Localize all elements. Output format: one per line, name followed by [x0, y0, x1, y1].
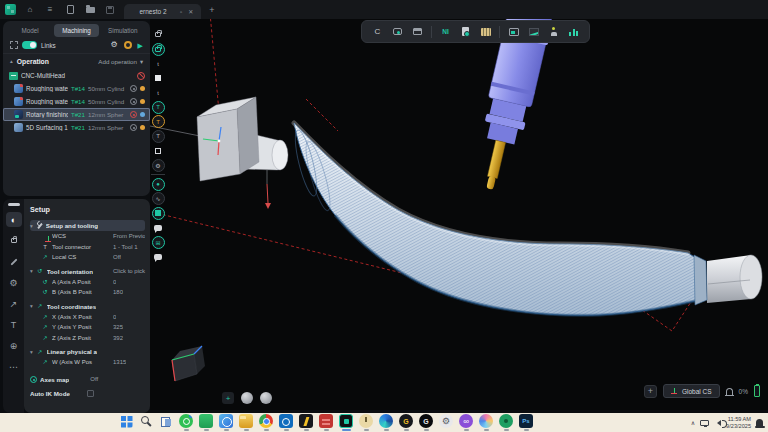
- restore-icon[interactable]: ▫: [180, 9, 182, 15]
- notification-bell-icon[interactable]: [756, 419, 763, 426]
- visibility-icon[interactable]: [130, 98, 137, 105]
- auto-ik-row[interactable]: Auto IK Mode: [30, 388, 145, 399]
- setup-row[interactable]: ↗ Z (Axis Z Posit 392: [30, 333, 145, 344]
- outlook-icon[interactable]: [279, 414, 293, 428]
- globe-icon[interactable]: ⊕: [6, 338, 22, 353]
- notes-app-icon[interactable]: [199, 414, 213, 428]
- chevron-down-icon[interactable]: ▾: [30, 303, 33, 309]
- tray-chevron-icon[interactable]: ∧: [691, 419, 695, 426]
- machining-scene[interactable]: [150, 19, 768, 410]
- shaded-view-button[interactable]: [241, 392, 253, 404]
- gear-icon[interactable]: ⚙: [6, 275, 22, 290]
- whatsapp-icon[interactable]: [179, 414, 193, 428]
- lock-circle-icon[interactable]: [152, 43, 165, 56]
- global-cs-button[interactable]: Global CS: [663, 384, 720, 398]
- visual-studio-icon[interactable]: ∞: [459, 414, 473, 428]
- edge-icon[interactable]: [379, 414, 393, 428]
- axes-icon[interactable]: ↗: [6, 296, 22, 311]
- section-setup-and-tooling[interactable]: ▾ Setup and tooling: [30, 220, 145, 231]
- setup-row[interactable]: WCS From Previous: [30, 231, 145, 242]
- tree-row-operation[interactable]: Roughing waterline 2 T#14 50mm Cylind: [3, 95, 150, 108]
- flash-app-icon[interactable]: [299, 414, 313, 428]
- view-cube[interactable]: [164, 344, 220, 390]
- auto-ik-checkbox[interactable]: [87, 390, 94, 397]
- stock-icon[interactable]: [152, 72, 165, 85]
- selection-icon[interactable]: [10, 41, 18, 49]
- grid-icon[interactable]: ⊞: [152, 236, 165, 249]
- notifications-bell-icon[interactable]: [726, 388, 733, 395]
- tool-icon[interactable]: T: [6, 317, 22, 332]
- cam-icon[interactable]: ◐: [6, 212, 22, 227]
- display-icon[interactable]: [700, 420, 709, 426]
- gear-icon[interactable]: ⚙: [110, 41, 117, 49]
- operation-header[interactable]: ▴ Operation Add operation ▾: [3, 54, 150, 68]
- photoshop-icon[interactable]: Ps: [519, 414, 533, 428]
- tab-model[interactable]: Model: [8, 24, 52, 37]
- drag-handle[interactable]: [8, 203, 20, 206]
- stats-icon[interactable]: [567, 25, 580, 38]
- green-app-icon[interactable]: [499, 414, 513, 428]
- menu-icon[interactable]: ≡: [40, 0, 60, 19]
- section-tool-orientation[interactable]: ▾ ↺ Tool orientation Click to pick: [30, 266, 145, 277]
- viewport-3d[interactable]: C NI t t T T T ⚙ ● ∿ ⊞: [150, 19, 768, 410]
- chevron-down-icon[interactable]: ▾: [30, 223, 33, 229]
- stock-outline-icon[interactable]: [152, 144, 165, 157]
- open-folder-icon[interactable]: [80, 0, 100, 19]
- chevron-down-icon[interactable]: ▾: [30, 268, 33, 274]
- visibility-icon[interactable]: [130, 85, 137, 92]
- visibility-icon[interactable]: [130, 124, 137, 131]
- close-icon[interactable]: ✕: [188, 8, 193, 15]
- tree-row-operation[interactable]: Roughing waterline 1 T#14 50mm Cylind: [3, 82, 150, 95]
- search-icon[interactable]: [139, 414, 153, 428]
- photos-app-icon[interactable]: [219, 414, 233, 428]
- links-toggle[interactable]: [22, 41, 37, 49]
- chart-icon[interactable]: [527, 25, 540, 38]
- setup-row[interactable]: T Tool connector 1 - Tool 1: [30, 242, 145, 253]
- report-icon[interactable]: [459, 25, 472, 38]
- setup-row[interactable]: ↺ A (Axis A Posit 0: [30, 277, 145, 288]
- setup-row[interactable]: ↗ Y (Axis Y Posit 325: [30, 322, 145, 333]
- machine-icon[interactable]: [479, 25, 492, 38]
- start-button[interactable]: [119, 414, 133, 428]
- operator-icon[interactable]: [547, 25, 560, 38]
- magnet-icon[interactable]: C: [371, 25, 384, 38]
- add-operation-button[interactable]: Add operation ▾: [98, 58, 143, 65]
- chevron-down-icon[interactable]: ▾: [30, 349, 33, 355]
- tree-row-operation[interactable]: 5D Surfacing 1 T#21 12mm Spher: [3, 121, 150, 134]
- section-tool-coordinates[interactable]: ▾ ↗ Tool coordinates: [30, 301, 145, 312]
- file-explorer-icon[interactable]: [239, 414, 253, 428]
- wave-icon[interactable]: ∿: [152, 192, 165, 205]
- tool-holder-icon[interactable]: T: [152, 115, 165, 128]
- setup-row[interactable]: ↗ Local CS Off: [30, 252, 145, 263]
- lock-icon[interactable]: [152, 28, 165, 41]
- red-app-icon[interactable]: [319, 414, 333, 428]
- home-icon[interactable]: ⌂: [20, 0, 40, 19]
- tab-simulation[interactable]: Simulation: [101, 24, 145, 37]
- copilot-icon[interactable]: [479, 414, 493, 428]
- pen-icon[interactable]: [6, 254, 22, 269]
- comment-icon[interactable]: [152, 221, 165, 234]
- g-app-icon[interactable]: G: [399, 414, 413, 428]
- tree-row-machine[interactable]: CNC-MultiHead: [3, 69, 150, 82]
- cam-app-icon[interactable]: [339, 414, 353, 428]
- tree-row-operation-selected[interactable]: Rotary finishing 1 T#21 12mm Spher: [3, 108, 150, 121]
- setup-row[interactable]: ↺ B (Axis B Posit 180: [30, 287, 145, 298]
- save-icon[interactable]: [100, 0, 120, 19]
- task-view-icon[interactable]: [159, 414, 173, 428]
- comment-icon[interactable]: [152, 250, 165, 263]
- clock-app-icon[interactable]: [359, 414, 373, 428]
- holder-circle-icon[interactable]: T: [152, 130, 165, 143]
- filled-stock-icon[interactable]: [152, 207, 165, 220]
- printer-icon[interactable]: [411, 25, 424, 38]
- play-icon[interactable]: ▶: [138, 42, 143, 49]
- settings-app-icon[interactable]: ⚙: [439, 414, 453, 428]
- visibility-icon[interactable]: [130, 111, 137, 118]
- add-cs-button[interactable]: +: [644, 385, 657, 398]
- g-dark-app-icon[interactable]: G: [419, 414, 433, 428]
- tool-small-icon[interactable]: t: [152, 86, 165, 99]
- new-file-icon[interactable]: [60, 0, 80, 19]
- tray-clock[interactable]: 11:59 AM 9/23/2025: [726, 416, 751, 429]
- chrome-icon[interactable]: [259, 414, 273, 428]
- axes-map-row[interactable]: Axes map Off: [30, 374, 145, 385]
- document-tab[interactable]: ernesto 2 ▫ ✕: [124, 4, 201, 19]
